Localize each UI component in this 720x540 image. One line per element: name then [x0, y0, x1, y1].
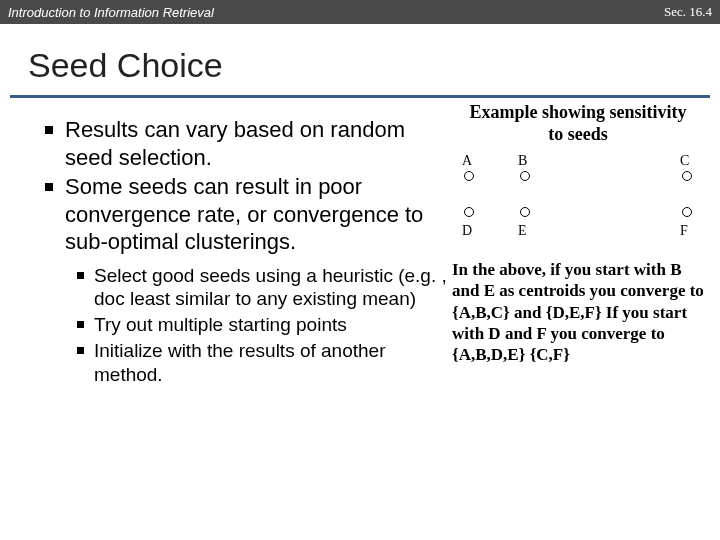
bullet-square-icon — [77, 272, 84, 279]
bullet-square-icon — [77, 347, 84, 354]
point-circle-icon — [682, 207, 692, 217]
section-label: Sec. 16.4 — [664, 4, 712, 20]
example-column: Example showing sensitivity to seeds A B… — [448, 98, 708, 365]
sub-bullet-text: Select good seeds using a heuristic (e.g… — [94, 264, 447, 312]
content-area: Results can vary based on random seed se… — [0, 98, 720, 386]
bullet-square-icon — [77, 321, 84, 328]
course-title: Introduction to Information Retrieval — [8, 5, 214, 20]
point-label-a: A — [462, 153, 472, 169]
slide-header: Introduction to Information Retrieval Se… — [0, 0, 720, 24]
slide-title: Seed Choice — [0, 24, 720, 95]
point-label-b: B — [518, 153, 527, 169]
bullet-item: Some seeds can result in poor convergenc… — [45, 173, 435, 256]
point-label-e: E — [518, 223, 527, 239]
sub-bullet-text: Try out multiple starting points — [94, 313, 347, 337]
sub-bullet-text: Initialize with the results of another m… — [94, 339, 447, 387]
sub-bullet-item: Try out multiple starting points — [77, 313, 447, 337]
point-circle-icon — [464, 207, 474, 217]
point-circle-icon — [520, 207, 530, 217]
bullet-text: Results can vary based on random seed se… — [65, 116, 435, 171]
bullet-square-icon — [45, 183, 53, 191]
point-label-c: C — [680, 153, 689, 169]
bullet-item: Results can vary based on random seed se… — [45, 116, 435, 171]
point-label-d: D — [462, 223, 472, 239]
example-explanation: In the above, if you start with B and E … — [448, 253, 708, 365]
bullet-square-icon — [45, 126, 53, 134]
sub-bullet-item: Select good seeds using a heuristic (e.g… — [77, 264, 447, 312]
bullet-text: Some seeds can result in poor convergenc… — [65, 173, 435, 256]
point-circle-icon — [464, 171, 474, 181]
point-label-f: F — [680, 223, 688, 239]
sub-bullet-item: Initialize with the results of another m… — [77, 339, 447, 387]
point-circle-icon — [520, 171, 530, 181]
example-title: Example showing sensitivity to seeds — [448, 102, 708, 145]
sub-bullet-list: Select good seeds using a heuristic (e.g… — [77, 264, 447, 387]
point-circle-icon — [682, 171, 692, 181]
seed-diagram: A B C D E F — [458, 153, 698, 253]
main-bullet-list: Results can vary based on random seed se… — [45, 116, 435, 386]
